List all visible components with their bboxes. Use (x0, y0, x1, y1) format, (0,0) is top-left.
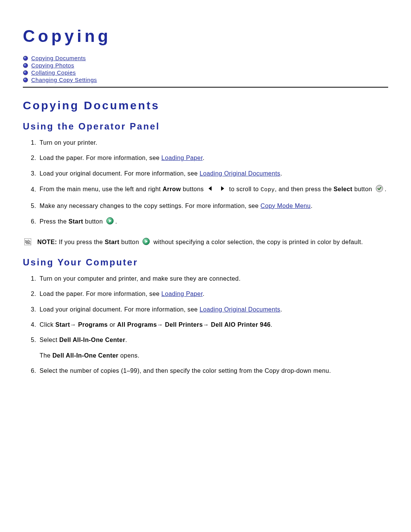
note-bold: Start (105, 239, 119, 246)
page-title: Copying (23, 27, 388, 46)
note-part: button (119, 239, 141, 246)
toc-link-collating-copies[interactable]: Collating Copies (31, 69, 76, 76)
step-text: . (115, 218, 117, 225)
step-text: button (352, 186, 374, 193)
table-of-contents: Copying Documents Copying Photos Collati… (23, 55, 388, 83)
step-text: buttons (181, 186, 206, 193)
step-text: Load your original document. For more in… (40, 306, 199, 313)
note-part: without specifying a color selection, th… (151, 239, 363, 246)
link-loading-original-documents[interactable]: Loading Original Documents (199, 306, 280, 313)
step-text: button (83, 218, 105, 225)
step: Load your original document. For more in… (38, 305, 388, 314)
step-text: . (280, 170, 282, 177)
step-text: to scroll to (229, 186, 261, 193)
step-text: Load your original document. For more in… (40, 170, 199, 177)
section-title-copying-documents: Copying Documents (23, 99, 388, 112)
step-bold: Start (56, 321, 70, 328)
arrow: → (203, 321, 211, 328)
step-bold: Programs (78, 321, 108, 328)
note-lead: NOTE: (37, 239, 59, 246)
step: Load the paper. For more information, se… (38, 154, 388, 162)
step-bold: Start (68, 218, 83, 225)
start-button-icon (142, 238, 150, 248)
page-body: Copying Copying Documents Copying Photos… (0, 0, 411, 405)
toc-link-changing-copy-settings[interactable]: Changing Copy Settings (31, 77, 97, 83)
bullet-icon (23, 56, 28, 61)
step-text: From the main menu, use the left and rig… (40, 186, 162, 193)
step-text: . (385, 186, 387, 193)
step: Click Start→ Programs or All Programs→ D… (38, 321, 388, 329)
step-text: Select the number of copies (1–99), and … (40, 367, 331, 374)
toc-item: Collating Copies (23, 69, 388, 76)
step-text: opens. (118, 352, 139, 359)
note-icon (24, 238, 31, 245)
step-text: . (125, 337, 127, 343)
step-bold: Dell All-In-One Center (53, 352, 119, 359)
select-button-icon (376, 185, 383, 195)
arrow-right-icon (219, 185, 226, 194)
step-text: . (311, 203, 312, 209)
svg-point-7 (24, 78, 25, 80)
step: Turn on your printer. (38, 139, 388, 147)
step-text: Make any necessary changes to the copy s… (40, 203, 261, 209)
step-text: . (203, 291, 205, 297)
bullet-icon (23, 77, 28, 83)
step-bold: Dell Printers (165, 321, 202, 328)
step: Load your original document. For more in… (38, 169, 388, 178)
toc-link-copying-documents[interactable]: Copying Documents (31, 55, 86, 61)
svg-point-3 (24, 64, 25, 66)
step-bold: Dell All-In-One Center (59, 337, 126, 343)
step-text: . (271, 321, 272, 328)
step-mono: Copy (261, 187, 275, 193)
note: NOTE: If you press the Start button with… (23, 238, 388, 248)
step: Select Dell All-In-One Center. The Dell … (38, 336, 388, 360)
step-bold: Select (334, 186, 353, 193)
step-bold: Arrow (162, 186, 181, 193)
step: Turn on your computer and printer, and m… (38, 275, 388, 283)
step-text: , and then press the (275, 186, 333, 193)
arrow-left-icon (207, 185, 214, 194)
step-bold: Dell AIO Printer 946 (211, 321, 271, 328)
link-loading-paper[interactable]: Loading Paper (161, 291, 202, 297)
svg-point-1 (24, 57, 25, 58)
bullet-icon (23, 70, 28, 75)
step-text: . (280, 306, 282, 313)
step-text: Turn on your printer. (40, 139, 97, 146)
toc-item: Copying Photos (23, 62, 388, 69)
steps-using-computer: Turn on your computer and printer, and m… (23, 275, 388, 375)
step-text: or (108, 321, 117, 328)
step-text: Click (40, 321, 56, 328)
steps-operator-panel: Turn on your printer. Load the paper. Fo… (23, 139, 388, 227)
step-bold: All Programs (117, 321, 157, 328)
step: Press the Start button . (38, 217, 388, 227)
arrow: → (157, 321, 165, 328)
subsection-title-operator-panel: Using the Operator Panel (23, 121, 388, 132)
start-button-icon (106, 217, 114, 227)
svg-point-5 (24, 71, 25, 73)
toc-item: Copying Documents (23, 55, 388, 61)
step: Load the paper. For more information, se… (38, 290, 388, 298)
horizontal-rule (23, 87, 388, 88)
step: Make any necessary changes to the copy s… (38, 202, 388, 210)
link-copy-mode-menu[interactable]: Copy Mode Menu (261, 203, 311, 209)
step-text: . (203, 155, 205, 161)
toc-item: Changing Copy Settings (23, 77, 388, 83)
subsection-title-using-computer: Using Your Computer (23, 257, 388, 268)
step-text: Turn on your computer and printer, and m… (40, 275, 241, 282)
step-text: Load the paper. For more information, se… (40, 291, 161, 297)
toc-link-copying-photos[interactable]: Copying Photos (31, 62, 74, 69)
step-text: The (40, 352, 53, 359)
step-text: Press the (40, 218, 68, 225)
link-loading-paper[interactable]: Loading Paper (161, 155, 202, 161)
step: Select the number of copies (1–99), and … (38, 367, 388, 375)
note-part: If you press the (59, 239, 105, 246)
step-text: Select (40, 337, 59, 343)
link-loading-original-documents[interactable]: Loading Original Documents (199, 170, 280, 177)
note-text: NOTE: If you press the Start button with… (37, 238, 363, 248)
step-sub-text: The Dell All-In-One Center opens. (40, 351, 388, 360)
arrow: → (70, 321, 78, 328)
svg-point-8 (376, 185, 383, 192)
step-text: Load the paper. For more information, se… (40, 155, 161, 161)
step: From the main menu, use the left and rig… (38, 185, 388, 195)
bullet-icon (23, 63, 28, 68)
